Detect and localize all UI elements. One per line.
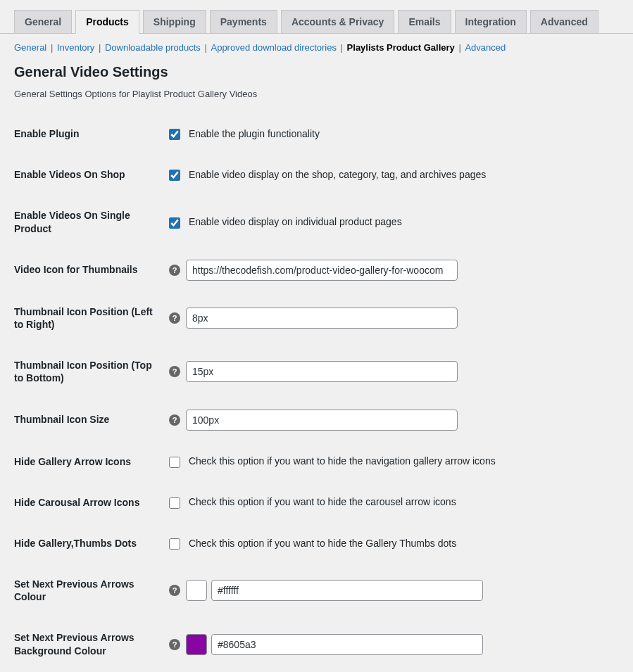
arrows-colour-input[interactable] <box>211 580 483 601</box>
tab-payments[interactable]: Payments <box>210 10 277 33</box>
enable-shop-checkbox[interactable] <box>169 170 180 181</box>
subnav-approved-directories[interactable]: Approved download directories <box>211 42 337 53</box>
separator: | <box>203 42 211 53</box>
video-icon-input[interactable] <box>186 260 458 281</box>
primary-tabs: General Products Shipping Payments Accou… <box>0 0 633 34</box>
tab-integration[interactable]: Integration <box>455 10 527 33</box>
icon-left-label: Thumbnail Icon Position (Left to Right) <box>14 291 162 345</box>
icon-size-input[interactable] <box>186 410 458 431</box>
hide-gallery-arrows-label: Hide Gallery Arrow Icons <box>14 441 162 482</box>
enable-shop-row[interactable]: Enable video display on the shop, catego… <box>169 169 486 180</box>
subnav-general[interactable]: General <box>14 42 46 53</box>
help-icon[interactable]: ? <box>169 366 180 377</box>
settings-form: Enable Plugin Enable the plugin function… <box>14 113 619 671</box>
help-icon[interactable]: ? <box>169 414 180 426</box>
page-title: General Video Settings <box>14 64 619 80</box>
sub-navigation: General | Inventory | Downloadable produ… <box>0 34 633 58</box>
subnav-downloadable[interactable]: Downloadable products <box>105 42 201 53</box>
subnav-inventory[interactable]: Inventory <box>57 42 94 53</box>
help-icon[interactable]: ? <box>169 639 180 650</box>
hide-thumbs-dots-row[interactable]: Check this option if you want to hide th… <box>169 538 456 549</box>
subnav-advanced[interactable]: Advanced <box>465 42 506 53</box>
icon-top-input[interactable] <box>186 361 458 382</box>
help-icon[interactable]: ? <box>169 585 180 596</box>
enable-shop-label: Enable Videos On Shop <box>14 154 162 195</box>
subnav-playlists-gallery[interactable]: Playlists Product Gallery <box>347 42 455 53</box>
separator: | <box>49 42 57 53</box>
hide-carousel-arrows-desc: Check this option if you want to hide th… <box>189 496 456 507</box>
enable-single-label: Enable Videos On Single Product <box>14 195 162 248</box>
arrows-bg-colour-input[interactable] <box>211 634 483 655</box>
tab-shipping[interactable]: Shipping <box>143 10 206 33</box>
hide-gallery-arrows-desc: Check this option if you want to hide th… <box>189 455 496 467</box>
icon-left-input[interactable] <box>186 308 458 329</box>
icon-top-label: Thumbnail Icon Position (Top to Bottom) <box>14 345 162 398</box>
hide-carousel-arrows-checkbox[interactable] <box>169 497 180 509</box>
page-description: General Settings Options for Playlist Pr… <box>14 89 619 99</box>
arrows-bg-colour-label: Set Next Previous Arrows Background Colo… <box>14 617 162 671</box>
hide-carousel-arrows-label: Hide Carousal Arrow Icons <box>14 482 162 523</box>
enable-plugin-desc: Enable the plugin functionality <box>189 128 320 139</box>
hide-gallery-arrows-row[interactable]: Check this option if you want to hide th… <box>169 455 496 467</box>
arrows-colour-label: Set Next Previous Arrows Colour <box>14 564 162 617</box>
enable-single-row[interactable]: Enable video display on individual produ… <box>169 216 402 227</box>
enable-single-desc: Enable video display on individual produ… <box>189 216 402 227</box>
hide-thumbs-dots-checkbox[interactable] <box>169 538 180 550</box>
enable-plugin-checkbox[interactable] <box>169 129 180 140</box>
separator: | <box>457 42 465 53</box>
help-icon[interactable]: ? <box>169 265 180 276</box>
tab-advanced[interactable]: Advanced <box>530 10 598 33</box>
separator: | <box>339 42 347 53</box>
tab-general[interactable]: General <box>14 10 72 33</box>
tab-emails[interactable]: Emails <box>398 10 451 33</box>
hide-carousel-arrows-row[interactable]: Check this option if you want to hide th… <box>169 496 456 507</box>
enable-plugin-row[interactable]: Enable the plugin functionality <box>169 128 320 139</box>
hide-thumbs-dots-label: Hide Gallery,Thumbs Dots <box>14 523 162 564</box>
tab-accounts-privacy[interactable]: Accounts & Privacy <box>281 10 395 33</box>
arrows-colour-swatch[interactable] <box>186 580 207 601</box>
arrows-bg-colour-swatch[interactable] <box>186 634 207 655</box>
icon-size-label: Thumbnail Icon Size <box>14 399 162 441</box>
hide-gallery-arrows-checkbox[interactable] <box>169 457 180 468</box>
enable-shop-desc: Enable video display on the shop, catego… <box>189 169 486 180</box>
enable-plugin-label: Enable Plugin <box>14 113 162 154</box>
help-icon[interactable]: ? <box>169 312 180 324</box>
video-icon-label: Video Icon for Thumbnails <box>14 249 162 291</box>
hide-thumbs-dots-desc: Check this option if you want to hide th… <box>189 538 456 549</box>
tab-products[interactable]: Products <box>75 10 139 34</box>
separator: | <box>97 42 105 53</box>
enable-single-checkbox[interactable] <box>169 217 180 229</box>
